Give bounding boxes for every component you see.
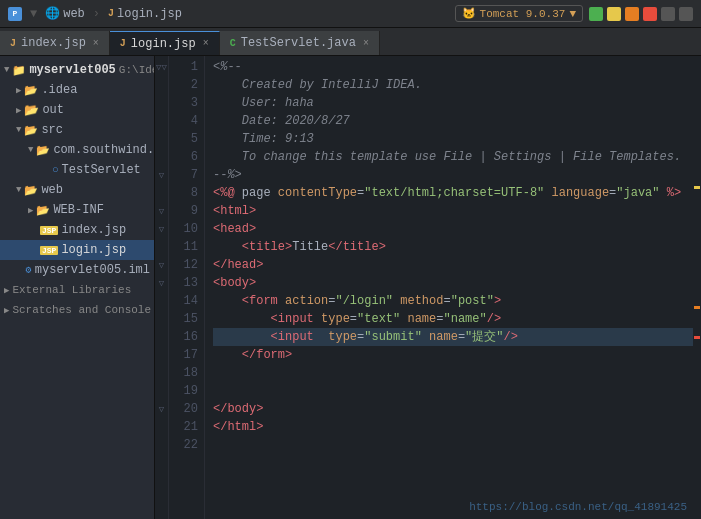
code-content[interactable]: <%-- Created by IntelliJ IDEA. User: hah… [205, 56, 693, 519]
tomcat-icon: 🐱 [462, 7, 476, 20]
code-line-7: --%> [213, 166, 693, 184]
close-tab-login[interactable]: × [203, 38, 209, 49]
gutter-20: ▽ [155, 400, 168, 418]
gutter-8 [155, 184, 168, 202]
iml-icon: ⚙ [26, 264, 32, 276]
gutter-9[interactable]: ▽ [155, 202, 168, 220]
gutter-21 [155, 418, 168, 436]
scroll-mark-1 [694, 186, 700, 189]
sidebar-item-idea[interactable]: ▶ 📂 .idea [0, 80, 154, 100]
jsp-icon: J [120, 38, 126, 49]
code-line-6: To change this template use File | Setti… [213, 148, 693, 166]
sidebar-item-testservlet[interactable]: ○ TestServlet [0, 160, 154, 180]
code-line-20: </body> [213, 400, 693, 418]
java-file-icon: ○ [52, 164, 59, 176]
arrow-icon: ▶ [16, 85, 21, 96]
gutter-14 [155, 292, 168, 310]
arrow-icon: ▶ [16, 105, 21, 116]
code-line-4: Date: 2020/8/27 [213, 112, 693, 130]
arrow-icon: ▶ [4, 285, 9, 296]
sidebar-project-root[interactable]: ▼ 📁 myservlet005 G:\Idea [0, 60, 154, 80]
breadcrumb-file: J login.jsp [108, 7, 182, 21]
code-line-5: Time: 9:13 [213, 130, 693, 148]
folder-icon: 📂 [24, 84, 38, 97]
project-sidebar: ▼ 📁 myservlet005 G:\Idea ▶ 📂 .idea ▶ 📂 o… [0, 56, 155, 519]
jsp-icon: J [10, 38, 16, 49]
tab-login-jsp[interactable]: J login.jsp × [110, 31, 220, 55]
main-content: ▼ 📁 myservlet005 G:\Idea ▶ 📂 .idea ▶ 📂 o… [0, 56, 701, 519]
gutter-15 [155, 310, 168, 328]
jsp-file-icon: JSP [40, 246, 58, 255]
jsp-file-icon: JSP [40, 226, 58, 235]
coverage-button[interactable] [625, 7, 639, 21]
code-line-19 [213, 382, 693, 400]
code-line-12: </head> [213, 256, 693, 274]
close-tab-index[interactable]: × [93, 38, 99, 49]
arrow-icon: ▼ [28, 145, 33, 155]
code-line-10: <head> [213, 220, 693, 238]
sidebar-item-login-jsp[interactable]: JSP login.jsp [0, 240, 154, 260]
sidebar-item-out[interactable]: ▶ 📂 out [0, 100, 154, 120]
tab-bar: J index.jsp × J login.jsp × C TestServle… [0, 28, 701, 56]
code-editor[interactable]: ▽ ▽ ▽ ▽ ▽ ▽ ▽ [155, 56, 701, 519]
gutter-5 [155, 130, 168, 148]
tomcat-selector[interactable]: 🐱 Tomcat 9.0.37 ▼ [455, 5, 583, 22]
code-line-3: User: haha [213, 94, 693, 112]
more-button[interactable] [661, 7, 675, 21]
line-numbers: 1 2 3 4 5 6 7 8 9 10 11 12 13 14 15 16 1… [169, 56, 205, 519]
sidebar-item-com[interactable]: ▼ 📂 com.southwind.s [0, 140, 154, 160]
sidebar-item-index-jsp[interactable]: JSP index.jsp [0, 220, 154, 240]
gutter-10[interactable]: ▽ [155, 220, 168, 238]
editor-gutter-area: ▽ ▽ ▽ ▽ ▽ ▽ ▽ [155, 56, 701, 519]
gutter-1[interactable]: ▽ [155, 58, 168, 76]
gutter-17 [155, 346, 168, 364]
project-icon: P [8, 7, 22, 21]
code-line-21: </html> [213, 418, 693, 436]
folder-icon: 📂 [36, 204, 50, 217]
sidebar-item-web[interactable]: ▼ 📂 web [0, 180, 154, 200]
code-line-13: <body> [213, 274, 693, 292]
code-line-22 [213, 436, 693, 454]
run-button[interactable] [589, 7, 603, 21]
java-icon: C [230, 38, 236, 49]
sidebar-item-scratches[interactable]: ▶ Scratches and Console [0, 300, 154, 320]
title-bar: P ▼ 🌐 web › J login.jsp 🐱 Tomcat 9.0.37 … [0, 0, 701, 28]
code-gutter: ▽ ▽ ▽ ▽ ▽ ▽ ▽ [155, 56, 169, 519]
extra-button[interactable] [679, 7, 693, 21]
tab-testservlet-java[interactable]: C TestServlet.java × [220, 31, 380, 55]
code-line-8: <%@ page contentType = "text/html;charse… [213, 184, 693, 202]
gutter-11 [155, 238, 168, 256]
code-line-16: <input type = "submit" name = "提交" /> [213, 328, 693, 346]
scroll-mark-2 [694, 306, 700, 309]
gutter-18 [155, 364, 168, 382]
code-line-9: <html> [213, 202, 693, 220]
folder-icon: 📂 [36, 144, 50, 157]
tab-index-jsp[interactable]: J index.jsp × [0, 31, 110, 55]
arrow-icon: ▶ [28, 205, 33, 216]
sidebar-item-webinf[interactable]: ▶ 📂 WEB-INF [0, 200, 154, 220]
scroll-indicator-bar [693, 56, 701, 519]
code-line-15: <input type = "text" name = "name" /> [213, 310, 693, 328]
code-line-14: <form action = "/login" method = "post" … [213, 292, 693, 310]
stop-button[interactable] [643, 7, 657, 21]
gutter-13[interactable]: ▽ [155, 274, 168, 292]
code-line-18 [213, 364, 693, 382]
gutter-3 [155, 94, 168, 112]
code-line-2: Created by IntelliJ IDEA. [213, 76, 693, 94]
gutter-12: ▽ [155, 256, 168, 274]
sidebar-item-external-libraries[interactable]: ▶ External Libraries [0, 280, 154, 300]
arrow-icon: ▼ [4, 65, 9, 75]
gutter-4 [155, 112, 168, 130]
code-line-11: <title> Title </title> [213, 238, 693, 256]
debug-button[interactable] [607, 7, 621, 21]
arrow-icon: ▶ [4, 305, 9, 316]
sidebar-item-iml[interactable]: ⚙ myservlet005.iml [0, 260, 154, 280]
code-line-17: </form> [213, 346, 693, 364]
watermark: https://blog.csdn.net/qq_41891425 [469, 501, 687, 513]
sidebar-item-src[interactable]: ▼ 📂 src [0, 120, 154, 140]
arrow-icon: ▼ [16, 125, 21, 135]
close-tab-servlet[interactable]: × [363, 38, 369, 49]
code-line-1: <%-- [213, 58, 693, 76]
src-icon: 📂 [24, 124, 38, 137]
folder-icon: 📂 [24, 103, 39, 118]
